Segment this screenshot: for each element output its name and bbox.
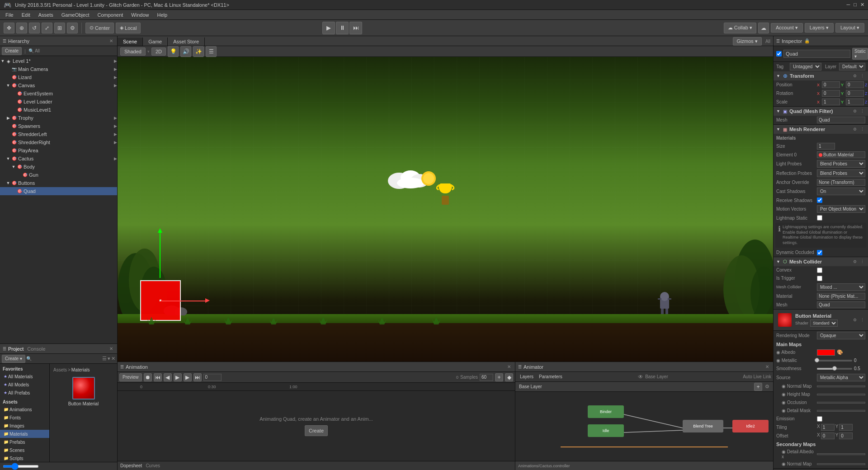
all-prefabs-item[interactable]: ★ All Prefabs: [0, 389, 49, 397]
tab-scene[interactable]: Scene: [118, 38, 143, 46]
materials-folder[interactable]: 📁 Materials: [0, 430, 49, 438]
anim-node-1[interactable]: Binder: [588, 405, 624, 418]
tool-move[interactable]: ⊕: [16, 23, 27, 33]
settings-icon[interactable]: ⚙: [852, 73, 858, 79]
cooking-options-select[interactable]: Mixed ...: [817, 283, 865, 291]
scene-settings-btn[interactable]: ☰: [206, 46, 217, 57]
tree-item-cactus[interactable]: ▼ 🎯 Cactus ▶: [0, 155, 117, 163]
tree-item-trophy[interactable]: ▶ 🎯 Trophy ▶: [0, 114, 117, 122]
layers-tab[interactable]: Layers: [517, 374, 536, 379]
all-materials-item[interactable]: ★ All Materials: [0, 372, 49, 381]
preview-btn[interactable]: Preview: [119, 373, 142, 381]
cast-shadows-select[interactable]: On: [817, 188, 865, 195]
assets-breadcrumb[interactable]: Assets: [53, 367, 67, 372]
local-button[interactable]: ◈ Local: [116, 23, 141, 33]
anim-time-input[interactable]: [203, 374, 222, 381]
project-tab-active[interactable]: Project: [8, 346, 24, 352]
layer-select[interactable]: Default: [839, 63, 865, 70]
scripts-folder[interactable]: 📁 Scripts: [0, 454, 49, 462]
tree-item-lizard[interactable]: 🎯 Lizard ▶: [0, 73, 117, 81]
step-button[interactable]: ⏭: [349, 22, 362, 34]
rot-x[interactable]: [822, 90, 840, 97]
pause-button[interactable]: ⏸: [336, 22, 349, 34]
anim-prev-btn[interactable]: ◀: [164, 373, 172, 381]
tool-hand[interactable]: ✥: [4, 23, 14, 33]
project-close[interactable]: ✕: [108, 346, 114, 352]
menu-window[interactable]: Window: [127, 11, 152, 19]
overflow-icon[interactable]: ⋮: [859, 317, 865, 323]
tool-scale[interactable]: ⤢: [42, 23, 52, 33]
samples-input[interactable]: [480, 374, 493, 381]
tree-item-quad[interactable]: 🎯 Quad: [0, 187, 117, 195]
effects-btn[interactable]: ✨: [193, 46, 204, 57]
dynamic-occluded-checkbox[interactable]: [817, 250, 822, 255]
tree-item-levelloader[interactable]: 🎯 Level Loader: [0, 98, 117, 106]
settings-icon[interactable]: ⚙: [852, 126, 858, 132]
anim-next-btn[interactable]: ▶: [184, 373, 192, 381]
menu-assets[interactable]: Assets: [35, 11, 57, 19]
emission-checkbox[interactable]: [817, 416, 822, 422]
pos-x[interactable]: [822, 81, 840, 88]
tree-item-spawners[interactable]: 🎯 Spawners ▶: [0, 122, 117, 130]
pos-y[interactable]: [846, 81, 864, 88]
layer-settings-btn[interactable]: ⚙: [765, 384, 769, 390]
anchor-override-ref[interactable]: None (Transform): [817, 179, 865, 186]
anim-node-idle2[interactable]: Idle2: [732, 420, 769, 432]
receive-shadows-checkbox[interactable]: [817, 197, 822, 203]
overflow-icon[interactable]: ⋮: [859, 108, 865, 114]
source-select[interactable]: Metallic Alpha: [817, 374, 865, 381]
tiling-y[interactable]: [839, 424, 853, 431]
scale-x[interactable]: [822, 99, 840, 105]
all-models-item[interactable]: ★ All Models: [0, 381, 49, 389]
zoom-slider[interactable]: [3, 465, 39, 468]
normal-map-ref[interactable]: [817, 385, 865, 387]
anim-node-blend[interactable]: Blend Tree: [683, 420, 723, 432]
menu-gameobject[interactable]: GameObject: [58, 11, 93, 19]
account-button[interactable]: Account ▾: [771, 23, 803, 33]
project-filter-btn[interactable]: ▾: [108, 356, 110, 362]
layer-add-btn[interactable]: +: [754, 383, 762, 391]
tree-item-canvas[interactable]: ▼ 🎯 Canvas ▶: [0, 81, 117, 89]
fonts-folder[interactable]: 📁 Fonts: [0, 414, 49, 422]
maximize-btn[interactable]: □: [854, 2, 857, 8]
curves-tab[interactable]: Curves: [146, 463, 160, 468]
menu-component[interactable]: Component: [94, 11, 127, 19]
close-btn[interactable]: ✕: [860, 2, 864, 8]
tree-item-body[interactable]: ▼ 🎯 Body: [0, 163, 117, 171]
detail-mask-ref[interactable]: [817, 410, 865, 412]
prefabs-folder[interactable]: 📁 Prefabs: [0, 438, 49, 446]
menu-help[interactable]: Help: [153, 11, 171, 19]
anim-start-btn[interactable]: ⏮: [154, 373, 162, 381]
anim-play-btn[interactable]: ▶: [174, 373, 182, 381]
height-map-ref[interactable]: [817, 394, 865, 395]
settings-icon[interactable]: ⚙: [852, 108, 858, 114]
tiling-x[interactable]: [821, 424, 835, 431]
dopesheet-tab[interactable]: Dopesheet: [120, 463, 142, 468]
animations-folder[interactable]: 📁 Animations: [0, 405, 49, 414]
play-button[interactable]: ▶: [322, 22, 335, 34]
mesh-ref[interactable]: Quad: [817, 117, 865, 123]
minimize-btn[interactable]: ─: [847, 2, 850, 8]
secondary-normal-ref[interactable]: [817, 463, 865, 465]
tab-asset-store[interactable]: Asset Store: [168, 38, 205, 46]
tag-select[interactable]: Untagged: [790, 63, 821, 70]
images-folder[interactable]: 📁 Images: [0, 422, 49, 430]
settings-icon[interactable]: ⚙: [852, 258, 858, 265]
offset-y[interactable]: [839, 432, 853, 439]
active-checkbox[interactable]: [776, 51, 782, 56]
create-animator-btn[interactable]: Create: [305, 425, 328, 436]
animation-close[interactable]: ✕: [506, 364, 512, 370]
light-probes-select[interactable]: Blend Probes: [817, 160, 865, 168]
animator-eye-btn[interactable]: 👁: [638, 374, 643, 380]
materials-breadcrumb[interactable]: Materials: [71, 367, 90, 372]
gizmos-btn[interactable]: Gizmos ▾: [733, 37, 762, 46]
tree-item-gun[interactable]: 🎯 Gun: [0, 171, 117, 179]
tree-item-eventsystem[interactable]: 🎯 EventSystem: [0, 89, 117, 98]
convex-checkbox[interactable]: [817, 268, 822, 273]
anim-node-idle[interactable]: Idle: [588, 424, 624, 437]
collider-material-ref[interactable]: None (Physic Mat...: [817, 293, 865, 300]
albedo-picker-icon[interactable]: 🎨: [837, 349, 843, 355]
tree-item-buttons[interactable]: ▼ 🎯 Buttons: [0, 179, 117, 187]
tool-rect[interactable]: ⊞: [54, 23, 65, 33]
motion-vectors-select[interactable]: Per Object Motion: [817, 205, 865, 213]
